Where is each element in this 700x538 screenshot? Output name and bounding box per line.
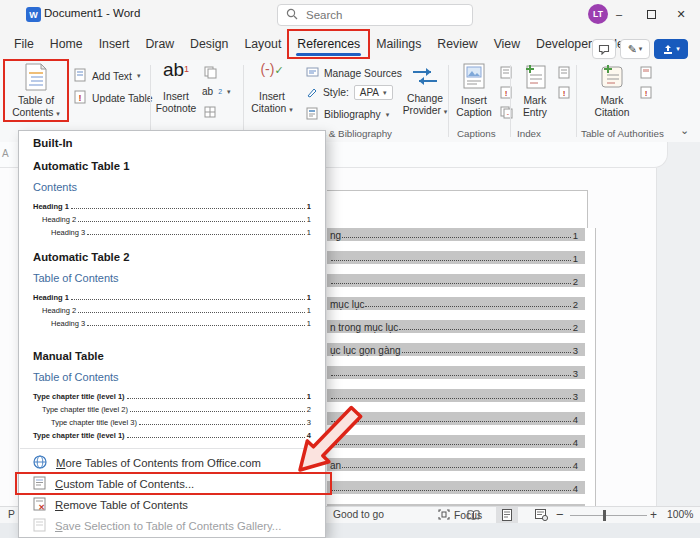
submenu-chevron-icon: › (312, 457, 315, 468)
pages-icon (204, 66, 217, 81)
tab-home[interactable]: Home (42, 30, 91, 58)
next-footnote-button[interactable] (204, 66, 217, 81)
toc-row: 4 (327, 412, 585, 425)
menu-item-more-tables[interactable]: More Tables of Contents from Office.com … (19, 452, 325, 473)
zoom-slider-track[interactable] (570, 515, 647, 516)
word-logo-icon: W (26, 7, 41, 26)
update-table-of-authorities-button[interactable]: ! (640, 86, 652, 101)
tab-layout[interactable]: Layout (236, 30, 289, 58)
search-input[interactable] (304, 8, 444, 22)
preview-entry: Heading 21 (33, 211, 311, 224)
print-layout-button[interactable] (496, 507, 518, 523)
insert-footnote-button[interactable]: ab1 Insert Footnote (152, 63, 200, 115)
collapse-ribbon-chevron[interactable]: ⌄ (680, 124, 689, 137)
page-icon (558, 66, 570, 81)
close-button[interactable]: ✕ (670, 4, 692, 24)
search-icon (286, 6, 298, 24)
menu-separator (20, 448, 324, 449)
document-page-top (327, 190, 588, 228)
ruler-fragment: A (2, 148, 9, 159)
svg-text:✕: ✕ (38, 503, 45, 511)
tab-design[interactable]: Design (182, 30, 236, 58)
page-indicator-fragment[interactable]: P (8, 509, 15, 520)
page-exclaim-icon: ! (640, 86, 652, 101)
manage-sources-button[interactable]: Manage Sources (306, 66, 402, 80)
tab-draw[interactable]: Draw (137, 30, 182, 58)
mark-entry-icon (514, 63, 556, 93)
show-notes-button[interactable] (204, 106, 216, 120)
tab-developer[interactable]: Developer (528, 30, 600, 58)
avatar[interactable]: LT (588, 4, 608, 24)
group-label-index: Index (517, 128, 541, 139)
mark-citation-icon (588, 63, 636, 93)
save-gallery-icon (33, 518, 46, 534)
citation-icon: (-)✓ (246, 63, 298, 89)
insert-caption-button[interactable]: Insert Caption (452, 63, 496, 119)
change-provider-icon (398, 63, 452, 91)
cross-reference-button[interactable]: - (500, 106, 513, 121)
tab-file[interactable]: File (6, 30, 42, 58)
gallery-manual-table[interactable]: Manual Table Table of Contents Type chap… (19, 350, 325, 440)
toc-row: 2 (327, 274, 585, 287)
toc-row: mục lục 2 (327, 297, 585, 310)
notes-grid-icon (204, 106, 216, 120)
style-selector: Style: APA▾ (306, 85, 393, 100)
preview-entry: Heading 31 (33, 315, 311, 328)
maximize-button[interactable] (640, 4, 662, 24)
insert-table-of-authorities-button[interactable] (640, 66, 652, 81)
svg-text:!: ! (563, 89, 566, 98)
editing-mode-button[interactable]: ✎▾ (620, 39, 650, 59)
title-bar: W Document1 - Word LT – ✕ (0, 0, 700, 28)
zoom-out-button[interactable]: − (556, 507, 564, 522)
update-table-button[interactable]: ! Update Table (74, 90, 153, 106)
gallery-automatic-table-1[interactable]: Automatic Table 1 Contents Heading 11 He… (19, 160, 325, 237)
insert-index-button[interactable] (558, 66, 570, 81)
insert-citation-button[interactable]: (-)✓ Insert Citation ▾ (246, 63, 298, 116)
menu-item-custom-toc[interactable]: Custom Table of Contents... (19, 473, 325, 494)
update-index-button[interactable]: ! (558, 86, 570, 101)
web-layout-button[interactable] (530, 507, 552, 523)
toc-row: 3 (327, 366, 585, 379)
menu-item-remove-toc[interactable]: ✕ Remove Table of Contents (19, 494, 325, 515)
group-label-table-of-authorities: Table of Authorities (581, 128, 664, 139)
change-provider-button[interactable]: Change Provider ▾ (398, 63, 452, 118)
mark-citation-button[interactable]: Mark Citation (588, 63, 636, 119)
style-pen-icon (306, 86, 318, 100)
status-good-to-go[interactable]: Good to go (333, 509, 384, 520)
active-tab-indicator (296, 53, 361, 56)
preview-entry: Type chapter title (level 1)1 (33, 388, 311, 401)
zoom-slider-thumb[interactable] (603, 510, 606, 521)
toc-dropdown-menu: Built-In Automatic Table 1 Contents Head… (18, 130, 326, 538)
svg-text:!: ! (505, 89, 508, 98)
zoom-level[interactable]: 100% (667, 509, 693, 520)
page-red-icon (640, 66, 652, 81)
svg-text:W: W (29, 10, 38, 20)
search-box[interactable] (277, 4, 473, 26)
tab-insert[interactable]: Insert (91, 30, 138, 58)
gallery-automatic-table-2[interactable]: Automatic Table 2 Table of Contents Head… (19, 251, 325, 328)
tab-view[interactable]: View (486, 30, 528, 58)
insert-caption-icon (452, 63, 496, 93)
style-combobox[interactable]: APA▾ (354, 85, 393, 100)
menu-item-save-selection: Save Selection to Table of Contents Gall… (19, 515, 325, 536)
read-mode-button[interactable] (462, 507, 484, 523)
insert-endnote-button[interactable]: ab2▾ (202, 86, 231, 97)
svg-text:!: ! (79, 93, 82, 103)
toc-row: an 4 (327, 458, 585, 471)
table-of-contents-button[interactable]: Table of Contents ▾ (6, 63, 66, 120)
share-button[interactable]: ▾ (654, 39, 688, 59)
add-text-button[interactable]: Add Text▾ (74, 68, 140, 84)
share-icon (662, 44, 674, 55)
comments-button[interactable] (592, 39, 616, 59)
toc-row: 3 (327, 389, 585, 402)
tab-references[interactable]: References (289, 30, 368, 58)
tab-mailings[interactable]: Mailings (368, 30, 429, 58)
zoom-in-button[interactable]: + (650, 508, 657, 522)
minimize-button[interactable]: – (608, 4, 630, 24)
preview-entry: Type chapter title (level 1)4 (33, 427, 311, 440)
bibliography-button[interactable]: Bibliography▾ (306, 107, 389, 122)
mark-entry-button[interactable]: Mark Entry (514, 63, 556, 119)
toc-field-rows: ng1 1 2 mục lục 2 n trong mục lục 2 ục l… (327, 228, 585, 527)
tab-review[interactable]: Review (429, 30, 485, 58)
preview-entry: Type chapter title (level 3)3 (33, 414, 311, 427)
